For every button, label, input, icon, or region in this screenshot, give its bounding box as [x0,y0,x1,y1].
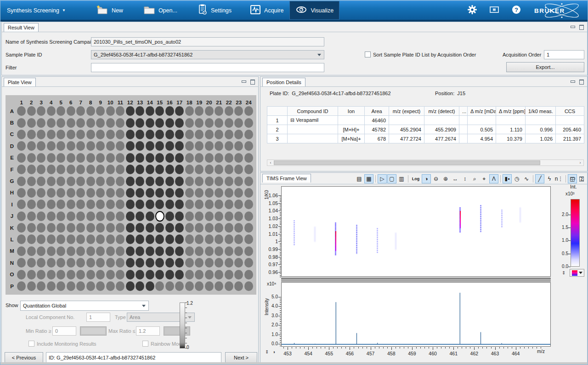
well-C18[interactable] [185,130,194,139]
well-K5[interactable] [57,223,65,233]
well-J3[interactable] [37,211,45,221]
well-I2[interactable] [27,200,36,209]
well-B16[interactable] [165,118,174,128]
well-C10[interactable] [106,130,115,139]
well-M5[interactable] [57,246,65,256]
well-N8[interactable] [86,258,95,268]
well-C11[interactable] [116,130,124,139]
well-D20[interactable] [205,141,214,151]
minimize-icon[interactable] [570,176,575,181]
well-O20[interactable] [205,270,214,279]
well-E6[interactable] [67,153,75,163]
well-O5[interactable] [57,270,65,279]
well-E3[interactable] [37,153,45,163]
well-F12[interactable] [126,165,135,174]
well-D14[interactable] [146,141,154,151]
well-H6[interactable] [67,188,75,198]
table-row[interactable]: 2[M+H]+45782455.2904455.29090.5051.1100.… [267,125,584,134]
well-E17[interactable] [175,153,184,163]
well-C5[interactable] [57,130,65,139]
well-M20[interactable] [205,246,214,256]
well-K15[interactable] [155,223,164,233]
column-header[interactable]: m/z (expect) [389,107,424,116]
well-P23[interactable] [234,281,243,291]
well-E24[interactable] [244,153,253,163]
well-G20[interactable] [205,177,214,186]
well-I22[interactable] [225,200,233,209]
well-F23[interactable] [234,165,243,174]
well-O13[interactable] [136,270,144,279]
well-M17[interactable] [175,246,184,256]
well-G6[interactable] [67,177,75,186]
maximize-icon[interactable] [250,79,254,84]
well-O17[interactable] [175,270,184,279]
well-I20[interactable] [205,200,214,209]
window-tile-icon[interactable]: ▦ [364,174,373,183]
well-K22[interactable] [225,223,233,233]
well-B9[interactable] [96,118,105,128]
sample-plate-id-select[interactable]: G_29ef4563-053f-4c17-afbd-b87327451862 [91,50,324,59]
well-M2[interactable] [27,246,36,256]
well-N11[interactable] [116,258,124,268]
well-L7[interactable] [76,234,85,244]
well-I13[interactable] [136,200,144,209]
well-M11[interactable] [116,246,124,256]
well-C15[interactable] [155,130,164,139]
well-A22[interactable] [225,106,233,116]
well-G18[interactable] [185,177,194,186]
calibration-icon[interactable]: ▮▪ [503,174,512,183]
well-P2[interactable] [27,281,36,291]
well-P4[interactable] [47,281,56,291]
well-K16[interactable] [165,223,174,233]
well-C3[interactable] [37,130,45,139]
column-header[interactable]: CCS [556,107,584,116]
well-H2[interactable] [27,188,36,198]
well-G16[interactable] [165,177,174,186]
well-H7[interactable] [76,188,85,198]
well-E11[interactable] [116,153,124,163]
well-L24[interactable] [244,234,253,244]
well-M3[interactable] [37,246,45,256]
well-P10[interactable] [106,281,115,291]
position-details-tab[interactable]: Position Details [262,78,305,86]
well-C9[interactable] [96,130,105,139]
well-B23[interactable] [234,118,243,128]
result-view-tab[interactable]: Result View [4,23,39,32]
well-J15[interactable] [155,211,164,222]
well-C17[interactable] [175,130,184,139]
well-G4[interactable] [47,177,56,186]
well-K3[interactable] [37,223,45,233]
well-A1[interactable] [17,106,26,116]
well-N4[interactable] [47,258,56,268]
well-N3[interactable] [37,258,45,268]
well-E9[interactable] [96,153,105,163]
well-P16[interactable] [165,281,174,291]
well-D7[interactable] [76,141,85,151]
well-P6[interactable] [67,281,75,291]
column-header[interactable]: Compound ID [288,107,338,116]
well-L3[interactable] [37,234,45,244]
well-J7[interactable] [76,211,85,221]
well-G2[interactable] [27,177,36,186]
well-I23[interactable] [234,200,243,209]
well-E20[interactable] [205,153,214,163]
well-B7[interactable] [76,118,85,128]
well-N14[interactable] [146,258,154,268]
well-B4[interactable] [47,118,56,128]
well-A9[interactable] [96,106,105,116]
min-ratio-color-swatch[interactable] [80,326,107,336]
well-E18[interactable] [185,153,194,163]
well-K13[interactable] [136,223,144,233]
well-L21[interactable] [215,234,223,244]
previous-button[interactable]: < Previous [5,352,43,363]
axis-scale-icon[interactable]: ⇕ [265,349,269,354]
well-D4[interactable] [47,141,56,151]
well-M15[interactable] [155,246,164,256]
well-L15[interactable] [155,234,164,244]
well-F6[interactable] [67,165,75,174]
well-A18[interactable] [185,106,194,116]
well-B1[interactable] [17,118,26,128]
acquisition-order-field[interactable]: 1 [544,50,584,59]
filter-input[interactable] [91,63,324,72]
well-N15[interactable] [155,258,164,268]
